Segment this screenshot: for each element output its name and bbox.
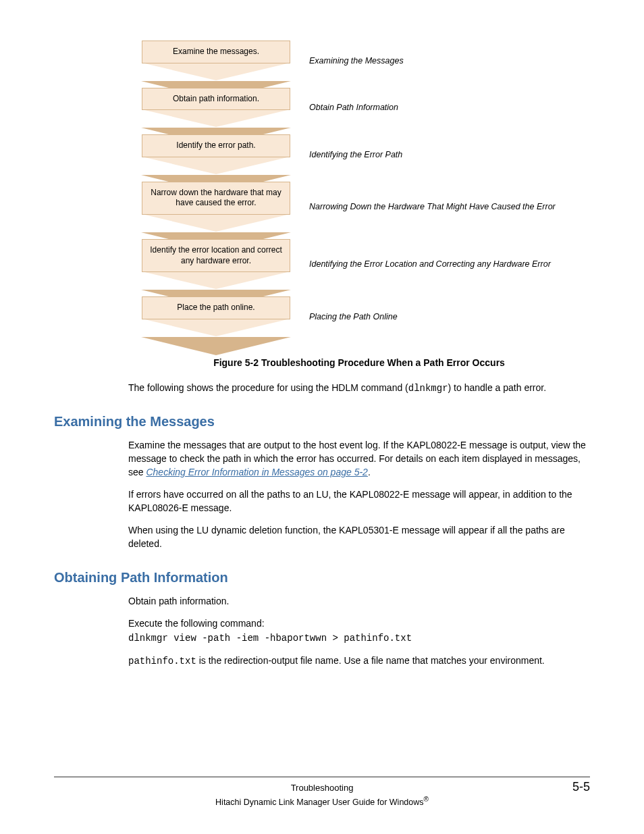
text: Hitachi Dynamic Link Manager User Guide …	[215, 798, 423, 807]
page-footer: Troubleshooting 5-5 Hitachi Dynamic Link…	[54, 777, 590, 807]
arrow-down-icon	[142, 271, 290, 289]
flow-step-label: Identifying the Error Location and Corre…	[309, 259, 590, 269]
flow-box: Identify the error location and correct …	[142, 239, 290, 272]
flow-box: Place the path online.	[142, 296, 290, 319]
figure-caption: Figure 5-2 Troubleshooting Procedure Whe…	[128, 357, 590, 368]
flow-box: Identify the error path.	[142, 134, 290, 157]
code-text: dlnkmgr	[408, 383, 448, 394]
cross-reference-link[interactable]: Checking Error Information in Messages o…	[146, 467, 367, 477]
text: .	[368, 467, 371, 477]
flow-step: Identify the error location and correct …	[142, 239, 590, 290]
arrow-down-icon	[142, 109, 290, 127]
registered-mark: ®	[424, 796, 429, 803]
paragraph: pathinfo.txt is the redirection-output f…	[128, 654, 590, 669]
paragraph: Execute the following command:	[128, 617, 590, 631]
intro-paragraph: The following shows the procedure for us…	[128, 382, 590, 396]
flow-step-label: Placing the Path Online	[309, 311, 590, 322]
text: is the redirection-output file name. Use…	[196, 655, 545, 666]
footer-guide-title: Hitachi Dynamic Link Manager User Guide …	[54, 796, 590, 807]
arrow-down-icon	[142, 63, 290, 80]
paragraph: Obtain path information.	[128, 595, 590, 608]
code-text: pathinfo.txt	[128, 656, 196, 667]
paragraph: When using the LU dynamic deletion funct…	[128, 524, 590, 550]
paragraph: Examine the messages that are output to …	[128, 439, 590, 479]
flow-step-label: Identifying the Error Path	[309, 149, 590, 160]
flow-box: Narrow down the hardware that may have c…	[142, 182, 290, 215]
section-heading-obtaining: Obtaining Path Information	[54, 570, 590, 585]
document-page: Examine the messages. Examining the Mess…	[0, 0, 644, 834]
flow-step: Identify the error path. Identifying the…	[142, 134, 590, 175]
flow-step: Narrow down the hardware that may have c…	[142, 182, 590, 232]
flow-step: Place the path online. Placing the Path …	[142, 296, 590, 337]
footer-chapter: Troubleshooting	[95, 783, 549, 793]
flow-step: Examine the messages. Examining the Mess…	[142, 41, 590, 81]
flow-box: Examine the messages.	[142, 41, 290, 63]
flow-step-label: Examining the Messages	[309, 55, 590, 66]
section-heading-examining: Examining the Messages	[54, 414, 590, 429]
flow-box: Obtain path information.	[142, 88, 290, 111]
arrow-down-icon	[142, 319, 290, 336]
flow-step-label: Obtain Path Information	[309, 102, 590, 113]
arrow-down-icon	[142, 157, 290, 174]
paragraph: If errors have occurred on all the paths…	[128, 488, 590, 515]
text: ) to handle a path error.	[448, 382, 547, 393]
flow-step-label: Narrowing Down the Hardware That Might H…	[309, 201, 590, 212]
arrow-down-icon	[142, 214, 290, 232]
page-number: 5-5	[549, 780, 590, 794]
text: The following shows the procedure for us…	[128, 382, 408, 393]
flow-step: Obtain path information. Obtain Path Inf…	[142, 88, 590, 128]
command-example: dlnkmgr view -path -iem -hbaportwwn > pa…	[128, 632, 590, 646]
flowchart-figure: Examine the messages. Examining the Mess…	[142, 41, 590, 337]
